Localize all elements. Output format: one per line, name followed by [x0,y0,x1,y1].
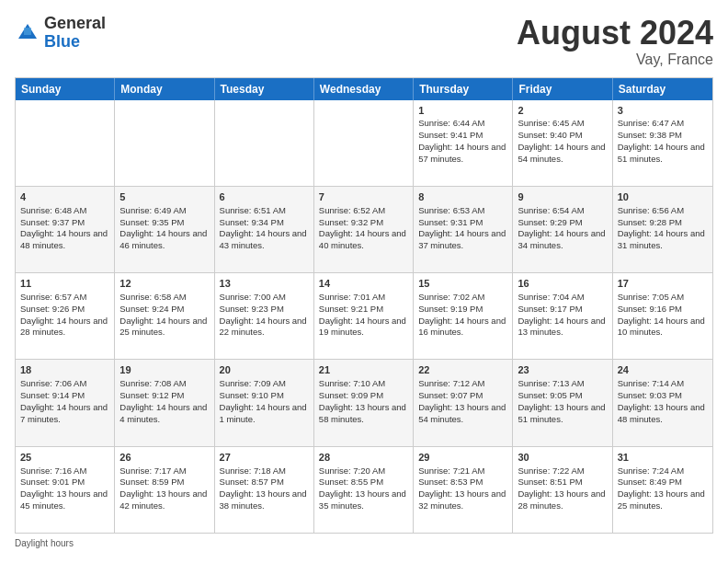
day-number: 9 [518,190,607,204]
day-info: Sunrise: 6:44 AM Sunset: 9:41 PM Dayligh… [418,118,506,163]
footer-note: Daylight hours [15,538,713,548]
weekday-header-sunday: Sunday [16,78,115,100]
day-number: 25 [20,451,109,465]
calendar-row-5: 25Sunrise: 7:16 AM Sunset: 9:01 PM Dayli… [16,447,712,533]
calendar-cell: 13Sunrise: 7:00 AM Sunset: 9:23 PM Dayli… [215,273,314,359]
calendar-cell: 25Sunrise: 7:16 AM Sunset: 9:01 PM Dayli… [16,447,115,533]
calendar-cell [115,100,214,186]
day-info: Sunrise: 6:47 AM Sunset: 9:38 PM Dayligh… [618,118,705,163]
day-info: Sunrise: 7:12 AM Sunset: 9:07 PM Dayligh… [418,378,506,423]
calendar-header: SundayMondayTuesdayWednesdayThursdayFrid… [16,78,712,100]
weekday-header-friday: Friday [513,78,612,100]
day-number: 7 [319,190,408,204]
day-info: Sunrise: 6:58 AM Sunset: 9:24 PM Dayligh… [119,292,207,337]
calendar-cell [16,100,115,186]
day-number: 3 [618,104,708,118]
calendar-cell: 26Sunrise: 7:17 AM Sunset: 8:59 PM Dayli… [115,447,214,533]
logo-general-text: General [44,15,106,33]
calendar-cell: 24Sunrise: 7:14 AM Sunset: 9:03 PM Dayli… [613,360,712,445]
calendar-row-3: 11Sunrise: 6:57 AM Sunset: 9:26 PM Dayli… [16,273,712,360]
day-info: Sunrise: 7:21 AM Sunset: 8:53 PM Dayligh… [418,465,506,511]
day-number: 10 [618,190,708,204]
calendar-cell: 30Sunrise: 7:22 AM Sunset: 8:51 PM Dayli… [513,447,612,533]
day-number: 1 [418,104,507,118]
logo-text: General Blue [44,15,106,52]
calendar-body: 1Sunrise: 6:44 AM Sunset: 9:41 PM Daylig… [16,100,712,533]
calendar-cell: 8Sunrise: 6:53 AM Sunset: 9:31 PM Daylig… [414,187,513,272]
day-number: 26 [119,451,209,465]
calendar-cell: 14Sunrise: 7:01 AM Sunset: 9:21 PM Dayli… [314,273,414,359]
weekday-header-wednesday: Wednesday [314,78,414,100]
day-info: Sunrise: 6:53 AM Sunset: 9:31 PM Dayligh… [418,205,506,250]
day-number: 20 [220,363,309,377]
day-info: Sunrise: 6:49 AM Sunset: 9:35 PM Dayligh… [119,205,207,250]
day-number: 28 [319,451,408,465]
calendar-cell: 16Sunrise: 7:04 AM Sunset: 9:17 PM Dayli… [513,273,612,359]
header: General Blue August 2024 Vay, France [15,15,713,68]
day-number: 16 [518,277,607,291]
month-title: August 2024 [517,15,713,52]
calendar-cell: 29Sunrise: 7:21 AM Sunset: 8:53 PM Dayli… [414,447,513,533]
calendar-cell: 17Sunrise: 7:05 AM Sunset: 9:16 PM Dayli… [613,273,712,359]
day-info: Sunrise: 7:22 AM Sunset: 8:51 PM Dayligh… [518,465,605,511]
weekday-header-monday: Monday [115,78,214,100]
day-info: Sunrise: 7:13 AM Sunset: 9:05 PM Dayligh… [518,378,605,423]
day-number: 23 [518,363,607,377]
day-info: Sunrise: 7:20 AM Sunset: 8:55 PM Dayligh… [319,465,406,511]
calendar-cell [215,100,314,186]
daylight-label: Daylight hours [15,538,74,548]
day-info: Sunrise: 6:52 AM Sunset: 9:32 PM Dayligh… [319,205,406,250]
day-info: Sunrise: 7:17 AM Sunset: 8:59 PM Dayligh… [119,465,207,511]
calendar-cell: 12Sunrise: 6:58 AM Sunset: 9:24 PM Dayli… [115,273,214,359]
calendar-cell: 22Sunrise: 7:12 AM Sunset: 9:07 PM Dayli… [414,360,513,445]
calendar-cell: 28Sunrise: 7:20 AM Sunset: 8:55 PM Dayli… [314,447,414,533]
day-number: 21 [319,363,408,377]
calendar-cell: 27Sunrise: 7:18 AM Sunset: 8:57 PM Dayli… [215,447,314,533]
calendar-cell: 2Sunrise: 6:45 AM Sunset: 9:40 PM Daylig… [513,100,612,186]
calendar-cell: 9Sunrise: 6:54 AM Sunset: 9:29 PM Daylig… [513,187,612,272]
day-number: 11 [20,277,109,291]
day-number: 31 [618,451,708,465]
day-number: 12 [119,277,209,291]
day-info: Sunrise: 7:18 AM Sunset: 8:57 PM Dayligh… [220,465,307,511]
calendar-cell: 11Sunrise: 6:57 AM Sunset: 9:26 PM Dayli… [16,273,115,359]
calendar-cell: 4Sunrise: 6:48 AM Sunset: 9:37 PM Daylig… [16,187,115,272]
calendar-row-2: 4Sunrise: 6:48 AM Sunset: 9:37 PM Daylig… [16,187,712,273]
day-number: 29 [418,451,507,465]
calendar-cell: 18Sunrise: 7:06 AM Sunset: 9:14 PM Dayli… [16,360,115,445]
day-info: Sunrise: 6:54 AM Sunset: 9:29 PM Dayligh… [518,205,605,250]
day-number: 30 [518,451,607,465]
calendar-cell: 3Sunrise: 6:47 AM Sunset: 9:38 PM Daylig… [613,100,712,186]
day-number: 24 [618,363,708,377]
day-info: Sunrise: 7:08 AM Sunset: 9:12 PM Dayligh… [119,378,207,423]
page: General Blue August 2024 Vay, France Sun… [0,0,728,563]
calendar-cell: 20Sunrise: 7:09 AM Sunset: 9:10 PM Dayli… [215,360,314,445]
day-number: 4 [20,190,109,204]
location: Vay, France [517,52,713,68]
logo-blue-text: Blue [44,33,106,52]
calendar-cell: 31Sunrise: 7:24 AM Sunset: 8:49 PM Dayli… [613,447,712,533]
weekday-header-saturday: Saturday [613,78,712,100]
calendar-row-1: 1Sunrise: 6:44 AM Sunset: 9:41 PM Daylig… [16,100,712,187]
day-number: 17 [618,277,708,291]
day-info: Sunrise: 7:14 AM Sunset: 9:03 PM Dayligh… [618,378,705,423]
day-info: Sunrise: 7:24 AM Sunset: 8:49 PM Dayligh… [618,465,705,511]
weekday-header-thursday: Thursday [414,78,513,100]
day-info: Sunrise: 7:04 AM Sunset: 9:17 PM Dayligh… [518,292,605,337]
day-info: Sunrise: 6:45 AM Sunset: 9:40 PM Dayligh… [518,118,605,163]
calendar-cell: 5Sunrise: 6:49 AM Sunset: 9:35 PM Daylig… [115,187,214,272]
logo-icon [15,20,40,46]
day-number: 19 [119,363,209,377]
day-number: 5 [119,190,209,204]
day-number: 15 [418,277,507,291]
calendar-cell: 23Sunrise: 7:13 AM Sunset: 9:05 PM Dayli… [513,360,612,445]
day-number: 14 [319,277,408,291]
day-info: Sunrise: 7:00 AM Sunset: 9:23 PM Dayligh… [220,292,307,337]
day-info: Sunrise: 7:09 AM Sunset: 9:10 PM Dayligh… [220,378,307,423]
day-info: Sunrise: 6:51 AM Sunset: 9:34 PM Dayligh… [220,205,307,250]
day-number: 8 [418,190,507,204]
calendar-cell [314,100,414,186]
calendar-cell: 7Sunrise: 6:52 AM Sunset: 9:32 PM Daylig… [314,187,414,272]
calendar: SundayMondayTuesdayWednesdayThursdayFrid… [15,77,713,534]
day-number: 13 [220,277,309,291]
